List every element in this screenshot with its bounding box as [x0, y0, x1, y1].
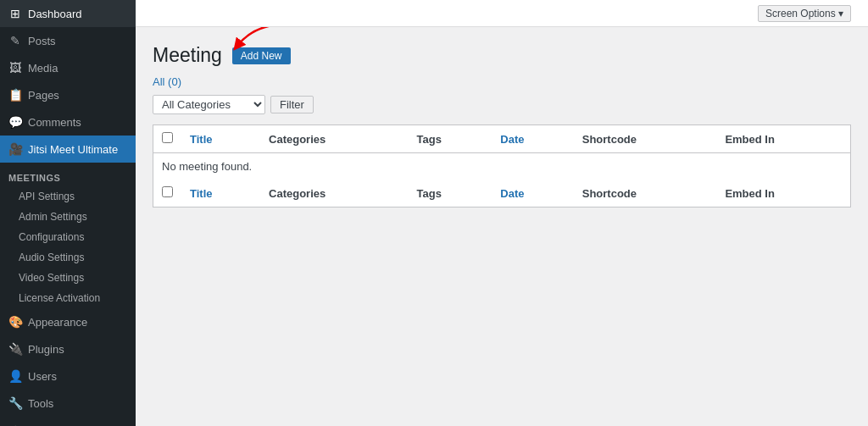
dashboard-icon: ⊞ [8, 7, 22, 20]
content-area: Meeting Add New All (0) All Categories F… [136, 27, 868, 426]
sidebar-item-tools[interactable]: 🔧 Tools [0, 390, 136, 417]
table-footer-row: Title Categories Tags Date Shortcode Emb… [153, 180, 851, 207]
meetings-submenu: API Settings Admin Settings Configuratio… [0, 186, 136, 308]
sidebar-item-media[interactable]: 🖼 Media [0, 54, 136, 81]
tfoot-embed-in: Embed In [716, 180, 850, 207]
tools-icon: 🔧 [8, 396, 22, 410]
no-items-row: No meeting found. [153, 153, 851, 180]
sidebar-item-api-settings[interactable]: API Settings [0, 186, 136, 207]
sidebar-item-settings[interactable]: ⚙ Settings [0, 417, 136, 426]
posts-icon: ✎ [8, 34, 22, 47]
tfoot-date: Date [492, 180, 573, 207]
media-icon: 🖼 [8, 61, 22, 75]
video-settings-label: Video Settings [19, 272, 84, 284]
sidebar-item-jitsi-meet[interactable]: 🎥 Jitsi Meet Ultimate [0, 136, 136, 163]
sidebar-item-label: Dashboard [28, 8, 82, 20]
select-all-checkbox[interactable] [162, 132, 173, 143]
all-link[interactable]: All (0) [153, 75, 181, 88]
sidebar-item-users[interactable]: 👤 Users [0, 362, 136, 390]
sidebar-item-pages[interactable]: 📋 Pages [0, 81, 136, 108]
tfoot-checkbox [153, 180, 182, 207]
th-shortcode: Shortcode [574, 125, 717, 153]
license-activation-label: License Activation [19, 292, 100, 304]
pages-icon: 📋 [8, 88, 22, 102]
comments-icon: 💬 [8, 115, 22, 129]
api-settings-label: API Settings [19, 191, 75, 202]
sidebar-item-configurations[interactable]: Configurations [0, 227, 136, 247]
main-content: Screen Options ▾ Meeting Add New All (0) [136, 0, 868, 426]
tfoot-title-link[interactable]: Title [190, 187, 213, 200]
plugins-label: Plugins [28, 343, 64, 356]
configurations-label: Configurations [19, 231, 84, 243]
add-new-button[interactable]: Add New [232, 47, 291, 64]
no-items-cell: No meeting found. [153, 153, 851, 180]
sidebar-item-dashboard[interactable]: ⊞ Dashboard [0, 0, 136, 27]
filter-bar: All Categories Filter [153, 95, 851, 114]
sidebar-item-posts[interactable]: ✎ Posts [0, 27, 136, 54]
page-header-wrapper: Meeting Add New [153, 44, 851, 67]
th-categories: Categories [260, 125, 408, 153]
sidebar-item-label: Jitsi Meet Ultimate [28, 143, 118, 156]
th-embed-in: Embed In [716, 125, 850, 153]
th-title-link[interactable]: Title [190, 133, 213, 146]
audio-settings-label: Audio Settings [19, 252, 84, 263]
tfoot-categories: Categories [260, 180, 408, 207]
sidebar-item-appearance[interactable]: 🎨 Appearance [0, 308, 136, 335]
sidebar-item-label: Posts [28, 35, 56, 47]
tfoot-date-link[interactable]: Date [500, 187, 524, 200]
sidebar-item-license-activation[interactable]: License Activation [0, 288, 136, 308]
sidebar-item-label: Media [28, 62, 58, 75]
th-checkbox [153, 125, 182, 153]
meetings-section-title: Meetings [0, 163, 136, 186]
sidebar-item-label: Pages [28, 89, 59, 102]
filter-button[interactable]: Filter [270, 96, 314, 113]
plugins-icon: 🔌 [8, 342, 22, 356]
category-select[interactable]: All Categories [153, 95, 265, 114]
sidebar-item-comments[interactable]: 💬 Comments [0, 108, 136, 136]
appearance-label: Appearance [28, 316, 87, 329]
meetings-table: Title Categories Tags Date Shortcode Emb… [153, 124, 851, 207]
table-header-row: Title Categories Tags Date Shortcode Emb… [153, 125, 851, 153]
sidebar-item-label: Comments [28, 116, 81, 129]
sidebar-item-video-settings[interactable]: Video Settings [0, 268, 136, 288]
th-title: Title [181, 125, 260, 153]
tfoot-shortcode: Shortcode [574, 180, 717, 207]
sidebar: ⊞ Dashboard ✎ Posts 🖼 Media 📋 Pages 💬 Co… [0, 0, 136, 426]
users-icon: 👤 [8, 369, 22, 383]
sidebar-item-plugins[interactable]: 🔌 Plugins [0, 335, 136, 362]
jitsi-icon: 🎥 [8, 142, 22, 156]
tools-label: Tools [28, 397, 53, 410]
tfoot-title: Title [181, 180, 260, 207]
admin-settings-label: Admin Settings [19, 211, 87, 223]
select-all-footer-checkbox[interactable] [162, 186, 173, 197]
th-date: Date [492, 125, 573, 153]
users-label: Users [28, 370, 57, 383]
screen-options-button[interactable]: Screen Options ▾ [758, 5, 851, 22]
page-header: Meeting Add New [153, 44, 851, 67]
all-count: All (0) [153, 75, 851, 88]
sidebar-item-admin-settings[interactable]: Admin Settings [0, 207, 136, 227]
th-tags: Tags [409, 125, 492, 153]
appearance-icon: 🎨 [8, 315, 22, 329]
sidebar-item-audio-settings[interactable]: Audio Settings [0, 247, 136, 268]
tfoot-tags: Tags [409, 180, 492, 207]
topbar: Screen Options ▾ [136, 0, 868, 27]
th-date-link[interactable]: Date [500, 133, 524, 146]
page-title: Meeting [153, 44, 222, 67]
